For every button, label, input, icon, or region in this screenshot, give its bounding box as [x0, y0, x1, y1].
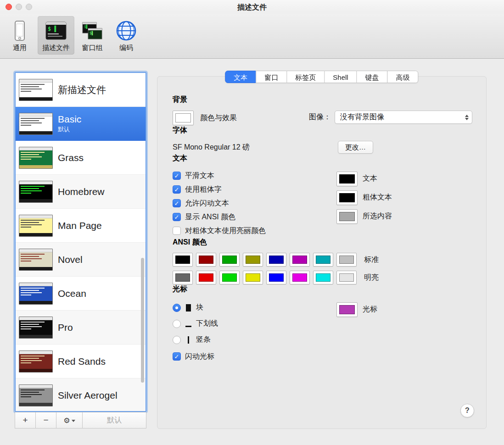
- cursor-radio-竖条[interactable]: 竖条: [173, 332, 472, 348]
- checkbox-row-平滑文本[interactable]: ✓平滑文本: [173, 169, 472, 183]
- font-row: SF Mono Regular 12 磅 更改…: [173, 141, 472, 154]
- checkbox[interactable]: ✓: [173, 185, 181, 194]
- ansi-color-well[interactable]: [266, 253, 286, 267]
- color-well-label: 粗体文本: [363, 193, 392, 202]
- checkbox-row-允许闪动文本[interactable]: ✓允许闪动文本: [173, 196, 472, 210]
- background-color-well[interactable]: [173, 111, 194, 125]
- toolbar-item-general[interactable]: 通用: [4, 16, 36, 55]
- profile-name: Pro: [58, 322, 73, 333]
- checkbox[interactable]: ✓: [173, 213, 181, 221]
- background-image-dropdown[interactable]: 没有背景图像: [335, 111, 472, 124]
- checkbox-row-对粗体文本使用亮丽颜色[interactable]: ✓对粗体文本使用亮丽颜色: [173, 224, 472, 238]
- ansi-color-well[interactable]: [336, 271, 357, 284]
- checkbox[interactable]: ✓: [173, 199, 181, 207]
- toolbar-item-label: 窗口组: [82, 44, 103, 52]
- color-swatch: [316, 256, 330, 264]
- profile-gear-button[interactable]: ⚙: [56, 412, 83, 428]
- svg-text:$▌: $▌: [84, 24, 89, 29]
- color-well-label: 文本: [363, 174, 377, 184]
- ansi-color-well[interactable]: [173, 271, 193, 284]
- profile-row-grass[interactable]: Grass: [16, 141, 146, 175]
- radio-button[interactable]: [173, 336, 181, 344]
- profile-thumbnail: [19, 113, 53, 135]
- titlebar[interactable]: 描述文件: [0, 0, 504, 14]
- ansi-color-well[interactable]: [313, 271, 333, 284]
- background-row: 颜色与效果 图像： 没有背景图像: [173, 110, 472, 126]
- color-swatch: [175, 273, 190, 282]
- profile-row-ocean[interactable]: Ocean: [16, 277, 146, 311]
- profile-thumbnail: [19, 249, 53, 271]
- toolbar: 通用$ ▌描述文件$▌$▌窗口组编码: [0, 14, 504, 59]
- profile-meta: Basic默认: [58, 114, 81, 134]
- checkbox-row-显示-ansi-颜色[interactable]: ✓显示 ANSI 颜色: [173, 210, 472, 224]
- help-button[interactable]: ?: [460, 404, 474, 417]
- dropdown-selected-value: 没有背景图像: [340, 112, 384, 122]
- ansi-color-well[interactable]: [290, 271, 310, 284]
- ansi-color-well[interactable]: [266, 271, 286, 284]
- checkbox[interactable]: ✓: [173, 172, 181, 180]
- color-swatch: [339, 174, 355, 184]
- ansi-color-well[interactable]: [243, 253, 263, 267]
- ansi-row-label: 明亮: [364, 273, 379, 283]
- color-well[interactable]: [336, 302, 358, 317]
- profile-meta: Man Page: [58, 220, 102, 231]
- encodings-icon: [115, 19, 138, 43]
- ansi-color-well[interactable]: [313, 253, 333, 267]
- ansi-color-well[interactable]: [336, 253, 357, 267]
- color-well[interactable]: [336, 209, 358, 224]
- color-well-row-文本: 文本: [336, 169, 392, 188]
- checkbox-row-使用粗体字[interactable]: ✓使用粗体字: [173, 183, 472, 196]
- add-profile-button[interactable]: +: [15, 412, 36, 428]
- profile-row-silver-aerogel[interactable]: Silver Aerogel: [16, 378, 146, 411]
- profile-name: Grass: [58, 152, 84, 163]
- profile-row-novel[interactable]: Novel: [16, 243, 146, 277]
- color-well-row-粗体文本: 粗体文本: [336, 188, 392, 207]
- scrollbar[interactable]: [141, 258, 144, 383]
- profile-meta: Ocean: [58, 288, 86, 299]
- ansi-color-well[interactable]: [173, 253, 193, 267]
- ansi-color-well[interactable]: [196, 253, 216, 267]
- toolbar-item-window-groups[interactable]: $▌$▌窗口组: [76, 16, 108, 55]
- radio-button[interactable]: [173, 304, 181, 312]
- background-color-swatch: [175, 113, 191, 122]
- ansi-color-well[interactable]: [243, 271, 263, 284]
- ansi-row-标准: 标准: [173, 253, 472, 267]
- color-well[interactable]: [336, 190, 358, 205]
- cursor-radio-下划线[interactable]: 下划线: [173, 316, 472, 332]
- gear-icon: ⚙: [63, 416, 70, 425]
- default-profile-button[interactable]: 默认: [82, 412, 146, 428]
- profile-row-pro[interactable]: Pro: [16, 311, 146, 345]
- ansi-color-well[interactable]: [290, 253, 310, 267]
- checkbox-label: 对粗体文本使用亮丽颜色: [185, 226, 266, 236]
- font-value: SF Mono Regular 12 磅: [173, 143, 250, 152]
- cursor-radio-块[interactable]: 块: [173, 300, 472, 316]
- checkbox-label: 允许闪动文本: [185, 199, 229, 208]
- toolbar-item-profiles[interactable]: $ ▌描述文件: [38, 16, 74, 55]
- ansi-color-well[interactable]: [219, 253, 240, 267]
- general-icon: [8, 19, 31, 43]
- svg-text:$ ▌: $ ▌: [48, 25, 58, 32]
- color-well[interactable]: [336, 172, 358, 186]
- profile-action-bar: + − ⚙ 默认: [15, 412, 146, 428]
- profile-row-red-sands[interactable]: Red Sands: [16, 345, 146, 378]
- checkbox[interactable]: ✓: [173, 227, 181, 235]
- toolbar-item-encodings[interactable]: 编码: [110, 16, 142, 55]
- radio-button[interactable]: [173, 320, 181, 328]
- profile-list: 新描述文件Basic默认GrassHomebrewMan PageNovelOc…: [16, 73, 146, 411]
- profile-row-homebrew[interactable]: Homebrew: [16, 175, 146, 209]
- section-title-ansi: ANSI 颜色: [173, 238, 472, 247]
- profile-row-新描述文件[interactable]: 新描述文件: [16, 73, 146, 107]
- remove-profile-button[interactable]: −: [35, 412, 56, 428]
- change-font-button[interactable]: 更改…: [338, 141, 373, 154]
- ansi-color-well[interactable]: [196, 271, 216, 284]
- profile-thumbnail: [19, 147, 53, 169]
- checkbox-row-闪动光标[interactable]: ✓闪动光标: [173, 350, 472, 363]
- profile-row-basic[interactable]: Basic默认: [16, 107, 146, 141]
- window-groups-icon: $▌$▌: [81, 19, 104, 43]
- checkbox[interactable]: ✓: [173, 352, 181, 361]
- cursor-bar-glyph-icon: [185, 336, 192, 344]
- background-image-group: 图像： 没有背景图像: [309, 111, 472, 124]
- section-title-text: 文本: [173, 154, 472, 163]
- profile-row-man-page[interactable]: Man Page: [16, 209, 146, 243]
- ansi-color-well[interactable]: [219, 271, 240, 284]
